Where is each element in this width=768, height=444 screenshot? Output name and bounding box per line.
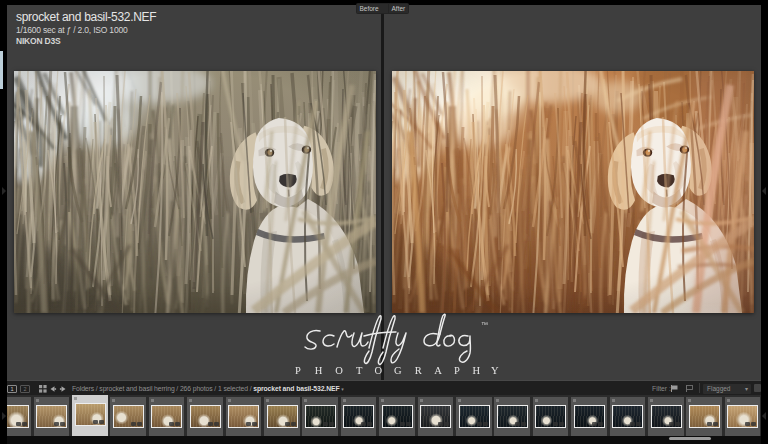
svg-text:H: H — [315, 365, 323, 376]
svg-text:H: H — [473, 365, 481, 376]
svg-text:G: G — [394, 365, 402, 376]
svg-text:O: O — [375, 365, 383, 376]
svg-text:T: T — [356, 365, 363, 376]
svg-text:R: R — [415, 365, 422, 376]
svg-text:™: ™ — [481, 321, 488, 328]
svg-text:Y: Y — [491, 365, 499, 376]
svg-text:P: P — [454, 365, 460, 376]
svg-text:O: O — [335, 365, 343, 376]
svg-text:A: A — [434, 365, 442, 376]
svg-text:P: P — [295, 365, 301, 376]
